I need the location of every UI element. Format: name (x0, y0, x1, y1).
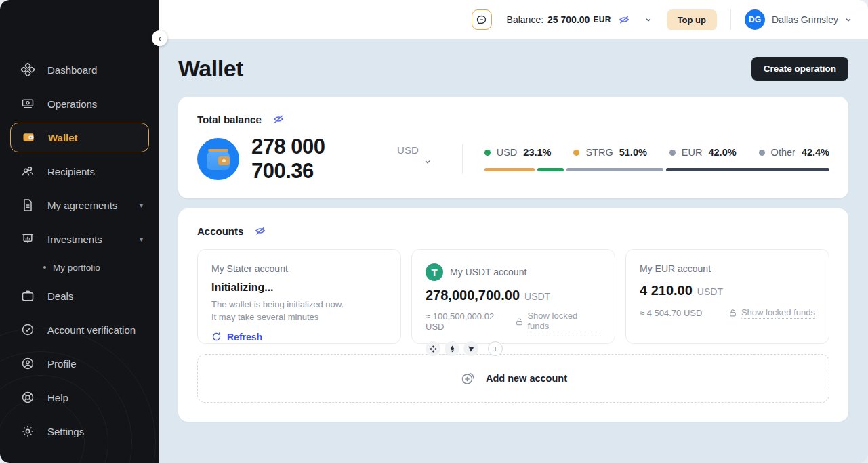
page-header: Wallet Create operation (178, 56, 848, 82)
lifebuoy-icon (20, 390, 35, 405)
balance-divider (462, 144, 463, 174)
sidebar-item-label: Account verification (47, 324, 136, 336)
recipients-icon (20, 164, 35, 179)
legend-percent: 42.4% (802, 147, 829, 158)
sidebar-subitem-label: My portfolio (53, 263, 100, 273)
sidebar-item-investments[interactable]: Investments ▾ (0, 222, 159, 256)
tron-network-icon[interactable] (463, 341, 478, 356)
sidebar-item-my-agreements[interactable]: My agreements ▾ (0, 188, 159, 222)
legend-dot (759, 150, 765, 156)
main-area: Balance: 25 700.00 EUR Top up DG Dallas … (159, 0, 868, 463)
sidebar-collapse-button[interactable]: ‹ (152, 30, 167, 46)
account-card-eur[interactable]: My EUR account 4 210.00 USDT ≈ 4 504.70 … (625, 249, 829, 344)
chevron-down-icon: ▾ (140, 202, 143, 209)
lock-icon (515, 317, 524, 326)
dashboard-icon (20, 62, 35, 77)
document-icon (20, 198, 35, 213)
distribution-legend: USD 23.1% STRG 51.0% EUR 4 (484, 147, 829, 158)
total-balance-title: Total balance (197, 114, 262, 125)
legend-dot (573, 150, 579, 156)
balance-amount: 25 700.00 (547, 14, 590, 25)
eye-off-icon[interactable] (272, 113, 285, 125)
lock-icon (728, 309, 737, 317)
account-description: The wallet is being initialized now. It … (211, 299, 387, 324)
refresh-label: Refresh (227, 332, 262, 343)
account-approx-value: ≈ 100,500,000.02 USD (426, 311, 515, 332)
legend-label: USD (497, 147, 518, 158)
sidebar-item-label: Deals (47, 290, 73, 302)
briefcase-icon (20, 288, 35, 303)
bar-segment (566, 168, 663, 171)
create-operation-button[interactable]: Create operation (751, 57, 848, 81)
bar-segment (666, 168, 829, 171)
bnb-network-icon[interactable] (426, 341, 440, 356)
sidebar-item-label: Investments (47, 234, 102, 245)
legend-item-eur: EUR 42.0% (669, 147, 737, 158)
topbar: Balance: 25 700.00 EUR Top up DG Dallas … (159, 0, 868, 39)
currency-dropdown-chevron[interactable] (423, 157, 432, 167)
total-balance-currency: USD (397, 144, 419, 156)
sidebar-item-label: Dashboard (47, 64, 97, 76)
add-new-account-label: Add new account (486, 373, 567, 384)
sidebar-item-label: Recipients (47, 166, 95, 177)
legend-label: STRG (585, 147, 613, 158)
user-name[interactable]: Dallas Grimsley (772, 14, 838, 25)
account-amount: 4 210.00 (640, 283, 693, 299)
add-new-account-button[interactable]: Add new account (197, 354, 829, 403)
balance-dropdown-chevron[interactable] (644, 15, 653, 24)
sidebar: Dashboard Operations Wallet Recipients (0, 0, 159, 463)
bullet-icon (43, 266, 46, 269)
sidebar-item-label: Help (47, 392, 68, 403)
sidebar-item-wallet[interactable]: Wallet (10, 123, 149, 152)
check-circle-icon (20, 322, 35, 337)
balance-group: Balance: 25 700.00 EUR (507, 14, 653, 26)
sidebar-item-settings[interactable]: Settings (0, 414, 159, 448)
wallet-badge-icon (197, 138, 239, 180)
sidebar-item-deals[interactable]: Deals (0, 279, 159, 313)
total-balance-card: Total balance 278 000 700.36 USD (178, 97, 848, 198)
app-window: Dashboard Operations Wallet Recipients (0, 0, 868, 463)
chat-button[interactable] (472, 9, 492, 30)
add-circle-icon (459, 370, 477, 387)
refresh-button[interactable]: Refresh (211, 332, 262, 343)
show-locked-funds-link[interactable]: Show locked funds (515, 311, 601, 332)
account-status: Initializing... (211, 282, 387, 294)
account-card-stater[interactable]: My Stater account Initializing... The wa… (197, 249, 401, 344)
sidebar-item-account-verification[interactable]: Account verification (0, 313, 159, 347)
wallet-icon (21, 130, 36, 145)
sidebar-item-operations[interactable]: Operations (0, 87, 159, 120)
top-up-button[interactable]: Top up (667, 9, 717, 30)
account-name: My EUR account (640, 263, 815, 274)
add-network-button[interactable] (488, 341, 503, 356)
tether-icon: T (426, 263, 443, 281)
refresh-icon (211, 332, 222, 342)
legend-label: Other (771, 147, 795, 158)
gear-icon (20, 424, 35, 439)
user-menu-chevron[interactable] (844, 15, 853, 24)
avatar[interactable]: DG (745, 9, 765, 30)
chevron-down-icon: ▾ (140, 236, 143, 243)
distribution-bar (484, 168, 829, 171)
sidebar-item-my-portfolio[interactable]: My portfolio (0, 256, 159, 279)
balance-label: Balance: (507, 14, 543, 25)
legend-percent: 23.1% (523, 147, 551, 158)
ethereum-network-icon[interactable] (445, 341, 459, 356)
account-name: My USDT account (450, 267, 526, 278)
account-currency: USDT (524, 291, 550, 302)
content: Wallet Create operation Total balance 27 (159, 39, 868, 422)
sidebar-item-help[interactable]: Help (0, 380, 159, 414)
account-card-usdt[interactable]: T My USDT account 278,000,700.00 USDT ≈ … (411, 249, 615, 344)
legend-item-usd: USD 23.1% (484, 147, 552, 158)
sidebar-item-profile[interactable]: Profile (0, 347, 159, 380)
operations-icon (20, 96, 35, 111)
page-title: Wallet (178, 56, 243, 82)
eye-off-icon[interactable] (618, 14, 630, 26)
sidebar-item-dashboard[interactable]: Dashboard (0, 53, 159, 87)
profile-icon (20, 356, 35, 371)
sidebar-item-recipients[interactable]: Recipients (0, 154, 159, 188)
eye-off-icon[interactable] (254, 225, 266, 237)
sidebar-item-label: My agreements (47, 200, 117, 211)
show-locked-funds-link[interactable]: Show locked funds (728, 307, 815, 319)
account-amount: 278,000,700.00 (426, 288, 520, 303)
investments-icon (20, 232, 35, 246)
